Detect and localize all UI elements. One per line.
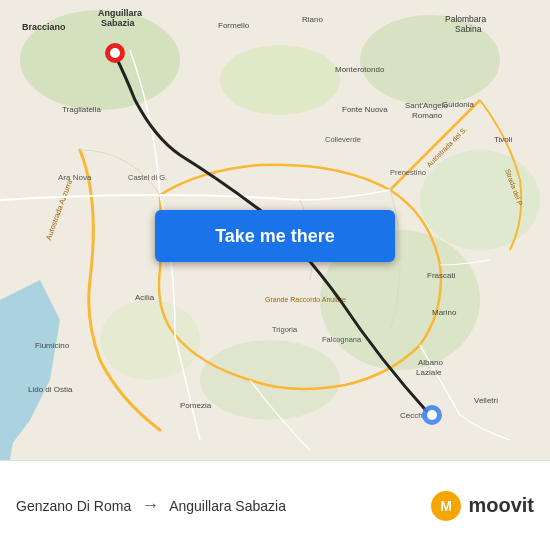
svg-text:Acilia: Acilia xyxy=(135,293,155,302)
moovit-text: moovit xyxy=(468,494,534,517)
svg-text:Riano: Riano xyxy=(302,15,323,24)
svg-point-4 xyxy=(220,45,340,115)
svg-text:Prenestino: Prenestino xyxy=(390,168,426,177)
svg-text:Sabina: Sabina xyxy=(455,24,482,34)
destination-label: Anguillara Sabazia xyxy=(169,498,286,514)
svg-text:Tivoli: Tivoli xyxy=(494,135,513,144)
take-me-there-button[interactable]: Take me there xyxy=(155,210,395,262)
svg-text:Tragliatella: Tragliatella xyxy=(62,105,101,114)
svg-text:Sabazia: Sabazia xyxy=(101,18,136,28)
route-info: Genzano Di Roma → Anguillara Sabazia xyxy=(16,495,430,516)
moovit-icon: M xyxy=(430,490,462,522)
svg-point-47 xyxy=(427,410,437,420)
svg-point-45 xyxy=(110,48,120,58)
svg-text:Albano: Albano xyxy=(418,358,443,367)
svg-text:Grande Raccordo Anulare: Grande Raccordo Anulare xyxy=(265,296,346,303)
svg-text:Velletri: Velletri xyxy=(474,396,498,405)
svg-text:Marino: Marino xyxy=(432,308,457,317)
svg-text:Pomezia: Pomezia xyxy=(180,401,212,410)
svg-text:Castel di G.: Castel di G. xyxy=(128,173,167,182)
svg-text:Romano: Romano xyxy=(412,111,443,120)
svg-text:Ara Nova: Ara Nova xyxy=(58,173,92,182)
svg-text:Lido di Ostia: Lido di Ostia xyxy=(28,385,73,394)
svg-text:Colleverde: Colleverde xyxy=(325,135,361,144)
svg-text:Anguillara: Anguillara xyxy=(98,8,143,18)
moovit-logo: M moovit xyxy=(430,490,534,522)
origin-label: Genzano Di Roma xyxy=(16,498,131,514)
svg-text:M: M xyxy=(441,498,453,514)
svg-text:Monterotondo: Monterotondo xyxy=(335,65,385,74)
bottom-bar: Genzano Di Roma → Anguillara Sabazia M m… xyxy=(0,460,550,550)
svg-text:Falcognana: Falcognana xyxy=(322,335,362,344)
svg-text:Formello: Formello xyxy=(218,21,250,30)
svg-text:Frascati: Frascati xyxy=(427,271,456,280)
map-container: Autostrada Azzurra Grande Raccordo Anula… xyxy=(0,0,550,460)
svg-text:Laziale: Laziale xyxy=(416,368,442,377)
svg-text:Trigoria: Trigoria xyxy=(272,325,298,334)
svg-text:Palombara: Palombara xyxy=(445,14,486,24)
svg-point-9 xyxy=(200,340,340,420)
svg-text:Fonte Nuova: Fonte Nuova xyxy=(342,105,388,114)
arrow-icon: → xyxy=(141,495,159,516)
svg-text:Guidonia: Guidonia xyxy=(442,100,475,109)
svg-text:Bracciano: Bracciano xyxy=(22,22,66,32)
svg-point-8 xyxy=(100,300,200,380)
svg-text:Fiumicino: Fiumicino xyxy=(35,341,70,350)
